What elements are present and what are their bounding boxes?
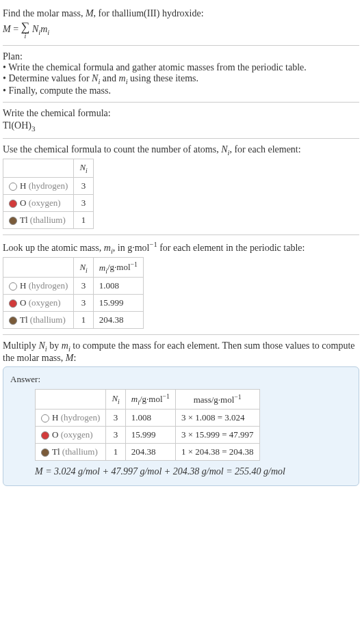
n-cell: 3 — [106, 427, 125, 444]
var-Ni: Ni — [32, 24, 40, 34]
table-row: Tl (thallium) 1 — [3, 211, 94, 228]
mi-header: mi/g·mol−1 — [93, 258, 143, 278]
m-cell: 15.999 — [125, 427, 175, 444]
formula-main: Tl(OH) — [3, 120, 31, 131]
mi-header: mi/g·mol−1 — [125, 390, 175, 410]
intro-line1: Find the molar mass, M, for thallium(III… — [3, 8, 359, 19]
m-h: m — [99, 263, 105, 273]
write-formula-section: Write the chemical formula: Tl(OH)3 — [3, 103, 359, 139]
count-heading: Use the chemical formula to count the nu… — [3, 144, 359, 157]
var-Ni-plan: Ni — [92, 73, 100, 83]
formula-sub: 3 — [31, 124, 36, 133]
table-row: O (oxygen) 3 15.999 3 × 15.999 = 47.997 — [36, 427, 260, 444]
N-letter: N — [32, 24, 38, 34]
el-name: (thallium) — [30, 314, 66, 325]
m-letter3: m — [104, 243, 111, 253]
count-table: Ni H (hydrogen) 3 O (oxygen) 3 Tl (thall… — [3, 159, 94, 229]
var-M3: M — [66, 353, 74, 363]
element-cell: O (oxygen) — [3, 194, 74, 211]
calc-cell: 1 × 204.38 = 204.38 — [175, 444, 259, 461]
el-name: (hydrogen) — [29, 280, 68, 291]
N-letter3: N — [221, 144, 227, 155]
lookup-table: Ni mi/g·mol−1 H (hydrogen) 3 1.008 O (ox… — [3, 257, 144, 329]
el-name: (hydrogen) — [61, 412, 101, 422]
element-swatch-icon — [9, 217, 17, 225]
m-letter: m — [40, 24, 47, 34]
var-Ni-mult: Ni — [39, 340, 47, 351]
n-cell: 1 — [74, 211, 93, 228]
el-sym: H — [20, 180, 26, 191]
element-cell: Tl (thallium) — [3, 211, 74, 228]
exp-neg1c: −1 — [163, 392, 170, 400]
molar-mass-formula: M = ∑i Nimi — [3, 21, 359, 40]
multiply-heading: Multiply Ni by mi to compute the mass fo… — [3, 340, 359, 364]
element-cell: Tl (thallium) — [3, 312, 74, 329]
el-sym: H — [52, 412, 58, 422]
n-cell: 3 — [74, 278, 93, 295]
element-swatch-icon — [9, 183, 17, 191]
answer-inner: Ni mi/g·mol−1 mass/g·mol−1 H (hydrogen) … — [10, 389, 352, 477]
plan-b2a: • Determine values for — [3, 73, 92, 83]
chemical-formula: Tl(OH)3 — [3, 120, 359, 133]
m-cell: 204.38 — [125, 444, 175, 461]
sum-equation: M = 3.024 g/mol + 47.997 g/mol + 204.38 … — [35, 466, 352, 477]
table-row: Tl (thallium) 1 204.38 — [3, 312, 144, 329]
n-cell: 1 — [74, 312, 93, 329]
element-cell: Tl (thallium) — [36, 444, 106, 461]
table-row: H (hydrogen) 3 1.008 3 × 1.008 = 3.024 — [36, 410, 260, 427]
element-cell: H (hydrogen) — [36, 410, 106, 427]
table-row: O (oxygen) 3 15.999 — [3, 295, 144, 312]
n-cell: 3 — [74, 177, 93, 194]
Ni-header: Ni — [74, 258, 93, 278]
n-cell: 3 — [74, 295, 93, 312]
lookup-section: Look up the atomic mass, mi, in g·mol−1 … — [3, 235, 359, 335]
write-heading: Write the chemical formula: — [3, 108, 359, 119]
n-cell: 3 — [74, 194, 93, 211]
N-h2: N — [79, 262, 86, 272]
exp-neg1d: −1 — [234, 393, 241, 401]
N-h3: N — [112, 393, 118, 403]
m-h2: m — [131, 394, 138, 404]
var-mi-lookup: mi — [104, 243, 113, 253]
m-letter2: m — [119, 73, 126, 83]
N-letter4: N — [39, 340, 45, 351]
exp-neg1: −1 — [149, 241, 157, 248]
var-M: M — [86, 8, 94, 18]
m-cell: 1.008 — [93, 278, 143, 295]
table-row: O (oxygen) 3 — [3, 194, 94, 211]
equals: = — [11, 24, 21, 34]
empty-header — [3, 159, 74, 178]
el-name: (oxygen) — [29, 297, 61, 308]
table-row: H (hydrogen) 3 1.008 — [3, 278, 144, 295]
table-row: H (hydrogen) 3 — [3, 177, 94, 194]
m-letter4: m — [62, 340, 68, 351]
intro-text-b: , for thallium(III) hydroxide: — [94, 8, 204, 18]
table-header-row: Ni — [3, 159, 94, 178]
answer-label: Answer: — [10, 374, 352, 385]
el-sym: H — [20, 280, 26, 291]
element-swatch-icon — [41, 448, 49, 457]
element-swatch-icon — [41, 431, 49, 440]
el-name: (thallium) — [30, 215, 66, 225]
el-name: (oxygen) — [61, 429, 93, 440]
element-swatch-icon — [41, 414, 49, 422]
element-swatch-icon — [9, 200, 17, 208]
plan-b2c: using these items. — [128, 73, 198, 83]
plan-bullet-3: • Finally, compute the mass. — [3, 85, 359, 96]
count-section: Use the chemical formula to count the nu… — [3, 139, 359, 235]
mass-header: mass/g·mol−1 — [175, 390, 259, 410]
plan-bullet-1: • Write the chemical formula and gather … — [3, 62, 359, 73]
unit-text2: /g·mol — [140, 394, 163, 404]
table-header-row: Ni mi/g·mol−1 — [3, 258, 144, 278]
var-M2: M — [3, 24, 11, 34]
N-h: N — [79, 162, 86, 172]
el-name: (hydrogen) — [29, 180, 68, 191]
table-row: Tl (thallium) 1 204.38 1 × 204.38 = 204.… — [36, 444, 260, 461]
lh-a: Look up the atomic mass, — [3, 243, 104, 253]
mh-b: by — [47, 340, 62, 351]
Ni-header: Ni — [106, 390, 125, 410]
el-sym: Tl — [52, 446, 60, 457]
n-cell: 1 — [106, 444, 125, 461]
element-swatch-icon — [9, 282, 17, 291]
calc-cell: 3 × 15.999 = 47.997 — [175, 427, 259, 444]
